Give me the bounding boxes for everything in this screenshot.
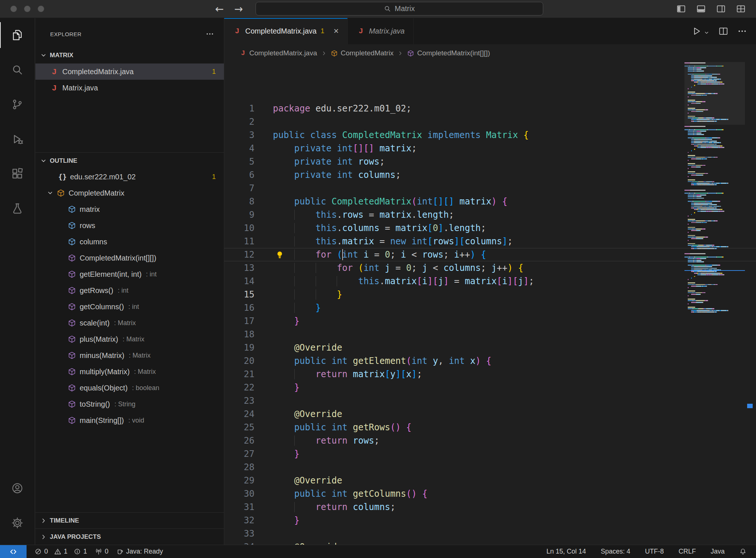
outline-detail: : int <box>128 303 139 311</box>
outline-item-getcolumns-[interactable]: getColumns(): int <box>35 299 224 315</box>
encoding-setting[interactable]: UTF-8 <box>645 548 664 555</box>
minimap-slider[interactable] <box>684 62 745 125</box>
code-line[interactable]: 28 <box>224 461 756 474</box>
java-status[interactable]: Java: Ready <box>117 548 163 555</box>
code-line[interactable]: 18 <box>224 328 756 341</box>
close-window-button[interactable] <box>10 6 17 12</box>
code-line[interactable]: 34 @Override <box>224 540 756 545</box>
remote-indicator[interactable] <box>0 545 27 558</box>
run-java-button[interactable] <box>692 26 702 36</box>
outline-item-matrix[interactable]: matrix <box>35 201 224 217</box>
activity-item-explorer[interactable] <box>0 18 35 52</box>
outline-item-completedmatrix[interactable]: CompletedMatrix <box>35 185 224 201</box>
activity-item-settings[interactable] <box>0 506 35 540</box>
more-actions-icon[interactable] <box>737 26 747 36</box>
zoom-window-button[interactable] <box>38 6 44 12</box>
breadcrumb-method[interactable]: CompletedMatrix(int[][]) <box>407 49 490 57</box>
activity-item-search[interactable] <box>0 52 35 87</box>
outline-item-getrows-[interactable]: getRows(): int <box>35 282 224 299</box>
section-header-folder[interactable]: MATRIX <box>35 47 224 63</box>
code-line[interactable]: 31 return columns; <box>224 500 756 514</box>
code-line[interactable]: 27 } <box>224 447 756 461</box>
outline-item-rows[interactable]: rows <box>35 217 224 234</box>
file-item-matrix[interactable]: J Matrix.java <box>35 80 224 96</box>
language-mode[interactable]: Java <box>711 548 725 555</box>
customize-layout-icon[interactable] <box>736 4 746 14</box>
breadcrumb-class[interactable]: CompletedMatrix <box>331 49 394 57</box>
cursor-position[interactable]: Ln 15, Col 14 <box>547 548 586 555</box>
toggle-panel-icon[interactable] <box>696 4 706 14</box>
code-line[interactable]: 3public class CompletedMatrix implements… <box>224 128 756 142</box>
back-button[interactable]: ← <box>212 2 226 16</box>
outline-item-multiply-matrix-[interactable]: multiply(Matrix): Matrix <box>35 364 224 380</box>
code-line[interactable]: 16 } <box>224 301 756 314</box>
code-line[interactable]: 21 return matrix[y][x]; <box>224 368 756 381</box>
outline-item-plus-matrix-[interactable]: plus(Matrix): Matrix <box>35 331 224 347</box>
outline-item-edu-ser222-m01-02[interactable]: {}edu.ser222.m01_021 <box>35 169 224 185</box>
code-line[interactable]: 11 this.matrix = new int[rows][columns]; <box>224 235 756 248</box>
outline-item-getelement-int-int-[interactable]: getElement(int, int): int <box>35 266 224 282</box>
toggle-primary-sidebar-icon[interactable] <box>676 4 686 14</box>
outline-item-tostring-[interactable]: toString(): String <box>35 396 224 412</box>
code-line[interactable]: 2 <box>224 115 756 128</box>
code-line[interactable]: 20 public int getElement(int y, int x) { <box>224 354 756 368</box>
code-line[interactable]: 5 private int rows; <box>224 155 756 168</box>
code-line[interactable]: 1package edu.ser222.m01_02; <box>224 102 756 115</box>
minimize-window-button[interactable] <box>24 6 31 12</box>
run-dropdown-icon[interactable] <box>704 30 710 36</box>
file-item-completedmatrix[interactable]: J CompletedMatrix.java 1 <box>35 63 224 80</box>
code-line[interactable]: 24 @Override <box>224 407 756 421</box>
code-line[interactable]: 33 <box>224 527 756 540</box>
code-line[interactable]: 7 <box>224 182 756 195</box>
code-line[interactable]: 26 return rows; <box>224 434 756 447</box>
tab-completedmatrix[interactable]: J CompletedMatrix.java 1 × <box>224 18 348 44</box>
code-line[interactable]: 17 } <box>224 314 756 328</box>
split-editor-icon[interactable] <box>718 26 728 36</box>
problems-indicator[interactable]: 0 1 1 <box>35 548 87 555</box>
code-line[interactable]: 30 public int getColumns() { <box>224 487 756 500</box>
section-header-outline[interactable]: OUTLINE <box>35 152 224 169</box>
notifications-bell[interactable] <box>739 548 746 555</box>
activity-item-run-and-debug[interactable] <box>0 122 35 156</box>
toggle-secondary-sidebar-icon[interactable] <box>716 4 726 14</box>
activity-item-extensions[interactable] <box>0 156 35 191</box>
code-line[interactable]: 29 @Override <box>224 474 756 487</box>
section-header-timeline[interactable]: TIMELINE <box>35 512 224 528</box>
outline-item-columns[interactable]: columns <box>35 234 224 250</box>
code-line[interactable]: 12 for (int i = 0; i < rows; i++) { <box>224 248 756 261</box>
section-header-java-projects[interactable]: JAVA PROJECTS <box>35 528 224 545</box>
lightbulb-icon[interactable] <box>275 250 285 260</box>
code-line[interactable]: 13 for (int j = 0; j < columns; j++) { <box>224 261 756 275</box>
code-line[interactable]: 9 this.rows = matrix.length; <box>224 208 756 221</box>
code-line[interactable]: 32 } <box>224 514 756 527</box>
code-line[interactable]: 6 private int columns; <box>224 168 756 182</box>
outline-item-equals-object-[interactable]: equals(Object): boolean <box>35 380 224 396</box>
code-line[interactable]: 14 this.matrix[i][j] = matrix[i][j]; <box>224 275 756 288</box>
code-line[interactable]: 25 public int getRows() { <box>224 421 756 434</box>
code-line[interactable]: 10 this.columns = matrix[0].length; <box>224 221 756 235</box>
minimap[interactable] <box>684 62 745 545</box>
indentation-setting[interactable]: Spaces: 4 <box>601 548 630 555</box>
code-line[interactable]: 8 public CompletedMatrix(int[][] matrix)… <box>224 195 756 208</box>
code-line[interactable]: 19 @Override <box>224 341 756 354</box>
command-center-search[interactable]: Matrix <box>256 2 543 16</box>
outline-item-scale-int-[interactable]: scale(int): Matrix <box>35 315 224 331</box>
close-tab-button[interactable]: × <box>333 27 339 35</box>
activity-item-accounts[interactable] <box>0 471 35 506</box>
forward-button[interactable]: → <box>232 2 246 16</box>
activity-item-testing[interactable] <box>0 191 35 226</box>
eol-setting[interactable]: CRLF <box>679 548 696 555</box>
outline-item-minus-matrix-[interactable]: minus(Matrix): Matrix <box>35 347 224 364</box>
breadcrumb-file[interactable]: J CompletedMatrix.java <box>240 49 317 57</box>
code-line[interactable]: 23 <box>224 394 756 407</box>
tab-matrix[interactable]: J Matrix.java <box>348 18 414 44</box>
sidebar-more-actions-icon[interactable] <box>205 30 214 38</box>
outline-item-completedmatrix-int-[interactable]: CompletedMatrix(int[][]) <box>35 250 224 266</box>
code-line[interactable]: 4 private int[][] matrix; <box>224 142 756 155</box>
ports-indicator[interactable]: 0 <box>95 548 108 555</box>
activity-item-source-control[interactable] <box>0 87 35 122</box>
code-editor[interactable]: 1package edu.ser222.m01_02;23public clas… <box>224 62 756 545</box>
code-line[interactable]: 15 } <box>224 288 756 301</box>
code-line[interactable]: 22 } <box>224 381 756 394</box>
outline-item-main-string-[interactable]: main(String[]): void <box>35 412 224 428</box>
